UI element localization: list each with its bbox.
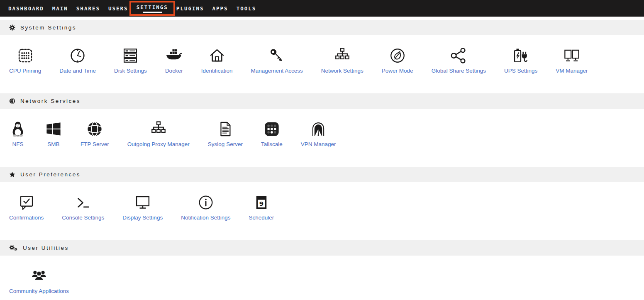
microchip-icon [17,47,34,64]
item-label: Global Share Settings [432,68,486,74]
item-label: Date and Time [59,68,96,74]
item-label: Docker [165,68,183,74]
nav-shares[interactable]: SHARES [72,0,104,17]
nav-main[interactable]: MAIN [48,0,72,17]
nav-dashboard[interactable]: DASHBOARD [4,0,48,17]
info-circle-icon [197,194,215,211]
tux-penguin-icon [9,120,27,138]
item-identification[interactable]: Identification [192,47,242,74]
section-title: Network Services [20,98,80,104]
sitemap-icon [150,120,167,138]
docker-whale-icon [165,47,183,64]
section-header-network-services: Network Services [0,93,644,109]
nav-plugins[interactable]: PLUGINS [172,0,208,17]
item-outgoing-proxy-manager[interactable]: Outgoing Proxy Manager [118,120,199,147]
item-cpu-pinning[interactable]: CPU Pinning [0,47,50,74]
sitemap-icon [334,47,351,64]
item-label: Scheduler [249,215,274,221]
section-title: System Settings [20,24,76,31]
section-title: User Preferences [20,171,80,178]
item-syslog-server[interactable]: Syslog Server [199,120,252,147]
key-icon [268,47,285,64]
item-docker[interactable]: Docker [156,47,192,74]
item-management-access[interactable]: Management Access [242,47,312,74]
panels-user-preferences: Confirmations Console Settings Display S… [0,182,644,240]
document-lines-icon [217,120,234,138]
nav-apps[interactable]: APPS [208,0,232,17]
item-label: Power Mode [382,68,413,74]
item-label: Confirmations [9,215,44,221]
gears-icon [9,245,18,251]
nav-tools-label: TOOLS [237,5,256,12]
section-user-utilities: User Utilities Community Applications [0,240,644,300]
item-date-and-time[interactable]: Date and Time [50,47,105,74]
nav-users[interactable]: USERS [104,0,132,17]
clock-icon [69,47,86,64]
globe-solid-icon [86,120,103,138]
item-label: Disk Settings [114,68,147,74]
item-scheduler[interactable]: Scheduler [239,194,283,221]
panels-system-settings: CPU Pinning Date and Time Disk Settings … [0,35,644,93]
item-notification-settings[interactable]: Notification Settings [172,194,239,221]
item-label: Community Applications [9,288,69,294]
item-console-settings[interactable]: Console Settings [53,194,113,221]
item-label: UPS Settings [504,68,537,74]
monitor-icon [134,194,151,211]
nav-plugins-label: PLUGINS [176,5,204,12]
nav-shares-label: SHARES [76,5,100,12]
item-display-settings[interactable]: Display Settings [113,194,172,221]
section-user-preferences: User Preferences Confirmations Console S… [0,167,644,240]
item-label: Network Settings [321,68,363,74]
item-global-share-settings[interactable]: Global Share Settings [422,47,495,74]
section-header-user-utilities: User Utilities [0,240,644,256]
nav-main-label: MAIN [52,5,68,12]
nav-users-label: USERS [108,5,128,12]
item-nfs[interactable]: NFS [0,120,36,147]
tunnel-icon [310,120,327,138]
item-disk-settings[interactable]: Disk Settings [105,47,156,74]
nav-dashboard-label: DASHBOARD [8,5,44,12]
users-group-icon [30,267,48,285]
windows-icon [45,120,62,138]
item-label: SMB [47,141,59,147]
item-smb[interactable]: SMB [36,120,71,147]
item-ups-settings[interactable]: UPS Settings [495,47,546,74]
comment-check-icon [18,194,35,211]
item-label: Identification [201,68,233,74]
gear-icon [9,24,15,31]
section-header-user-preferences: User Preferences [0,167,644,182]
section-system-settings: System Settings CPU Pinning Date and Tim… [0,20,644,93]
item-vm-manager[interactable]: VM Manager [546,47,597,74]
section-network-services: Network Services NFS SMB FTP Server Outg… [0,93,644,167]
item-vpn-manager[interactable]: VPN Manager [292,120,345,147]
item-label: Management Access [251,68,302,74]
item-network-settings[interactable]: Network Settings [312,47,373,74]
item-label: FTP Server [80,141,109,147]
terminal-icon [74,194,92,211]
section-header-system-settings: System Settings [0,20,644,35]
nav-settings-label: SETTINGS [137,4,168,13]
item-label: VM Manager [556,68,588,74]
item-community-applications[interactable]: Community Applications [0,267,78,294]
item-label: Notification Settings [181,215,230,221]
house-icon [208,47,226,64]
panels-user-utilities: Community Applications [0,256,644,300]
section-title: User Utilities [23,245,69,251]
leaf-circle-icon [389,47,406,64]
nav-tools[interactable]: TOOLS [232,0,261,17]
item-label: Outgoing Proxy Manager [127,141,190,147]
globe-icon [9,98,15,104]
item-label: Syslog Server [208,141,243,147]
dual-monitor-icon [563,47,581,64]
item-tailscale[interactable]: Tailscale [252,120,292,147]
settings-page: System Settings CPU Pinning Date and Tim… [0,17,644,300]
nav-settings[interactable]: SETTINGS [132,0,172,17]
item-confirmations[interactable]: Confirmations [0,194,53,221]
item-power-mode[interactable]: Power Mode [373,47,422,74]
item-label: Display Settings [122,215,163,221]
item-ftp-server[interactable]: FTP Server [71,120,118,147]
item-label: CPU Pinning [9,68,41,74]
top-nav: DASHBOARD MAIN SHARES USERS SETTINGS PLU… [0,0,644,17]
item-label: VPN Manager [301,141,336,147]
share-nodes-icon [450,47,467,64]
